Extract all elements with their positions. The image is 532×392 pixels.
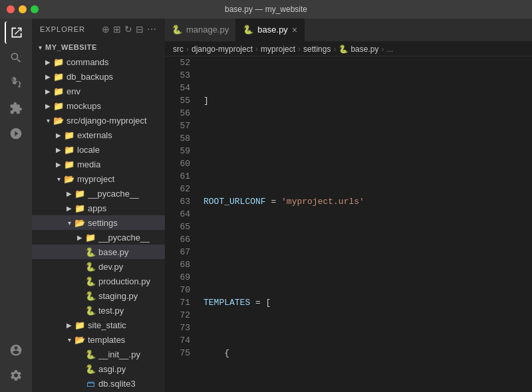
sidebar-item-media[interactable]: ▶ 📁 media [32,157,165,171]
breadcrumb-base-py[interactable]: 🐍base.py [338,45,378,54]
templates-arrow: ▾ [64,336,74,343]
externals-label: externals [77,130,112,140]
myproject-arrow: ▾ [53,175,64,183]
minimize-button[interactable] [19,5,27,13]
sidebar-header: Explorer ⊕ ⊞ ↻ ⊟ ⋯ [32,19,165,40]
sidebar-item-test-py[interactable]: 🐍 test.py [32,303,165,318]
sidebar-item-init-py[interactable]: 🐍 __init__.py [32,347,165,361]
maximize-button[interactable] [31,5,39,13]
sidebar-item-asgi-py[interactable]: 🐍 asgi.py [32,361,165,376]
sidebar-item-apps[interactable]: ▶ 📁 apps [32,201,165,215]
tab-base[interactable]: 🐍 base.py × [236,19,305,41]
settings-label: settings [88,218,118,228]
site-static-folder-icon: 📁 [74,320,85,330]
code-line-55 [203,246,532,258]
editor-area: 🐍 manage.py 🐍 base.py × src › django-myp… [165,19,532,392]
pycache2-folder-icon: 📁 [85,232,96,243]
src-label: src/django-myproject [66,116,147,126]
sidebar-item-db-sqlite3[interactable]: 🗃 db.sqlite3 [32,376,165,391]
activity-bar [0,19,32,392]
account-icon[interactable] [5,339,27,361]
base-py-label: base.py [98,247,129,257]
close-button[interactable] [7,5,15,13]
asgi-py-icon: 🐍 [85,363,96,374]
root-label: MY_WEBSITE [45,43,97,51]
breadcrumb-myproject[interactable]: myproject [261,45,295,54]
code-editor[interactable]: 52 53 54 55 56 57 58 59 60 61 62 63 64 6… [165,56,532,392]
apps-folder-icon: 📁 [74,203,85,213]
media-folder-icon: 📁 [64,159,74,169]
ln-65: 65 [165,221,190,233]
new-file-icon[interactable]: ⊕ [102,24,110,35]
sidebar-item-externals[interactable]: ▶ 📁 externals [32,128,165,142]
db-sqlite3-label: db.sqlite3 [98,379,136,389]
ln-75: 75 [165,347,190,359]
ln-58: 58 [165,132,190,145]
bc-sep4: › [333,45,336,54]
sidebar-item-myproject[interactable]: ▾ 📂 myproject [32,171,165,186]
sidebar-item-settings[interactable]: ▾ 📂 settings [32,215,165,230]
sidebar-item-production-py[interactable]: 🐍 production.py [32,274,165,288]
bc-py-icon: 🐍 [338,45,348,54]
run-icon[interactable] [5,122,27,145]
init-py-label: __init__.py [98,349,140,359]
sidebar-item-dev-py[interactable]: 🐍 dev.py [32,259,165,274]
tree-root[interactable]: ▾ MY_WEBSITE [32,40,165,54]
breadcrumb-src[interactable]: src [173,45,184,54]
locale-label: locale [77,145,100,155]
ln-72: 72 [165,309,190,322]
media-label: media [77,159,100,169]
ln-67: 67 [165,246,190,258]
test-py-icon: 🐍 [85,305,96,316]
explorer-icon[interactable] [5,21,27,44]
sidebar-item-mockups[interactable]: ▶ 📁 mockups [32,98,165,113]
search-icon[interactable] [5,47,27,69]
ln-60: 60 [165,157,190,170]
code-line-57: { [203,347,532,359]
mockups-label: mockups [66,101,101,111]
sidebar-item-db-backups[interactable]: ▶ 📁 db_backups [32,69,165,84]
settings-icon[interactable] [5,364,27,387]
pycache1-folder-icon: 📁 [74,188,85,199]
ln-55: 55 [165,94,190,107]
sidebar-item-pycache2[interactable]: ▶ 📁 __pycache__ [32,230,165,245]
sidebar-item-templates[interactable]: ▾ 📂 templates [32,332,165,347]
ln-66: 66 [165,233,190,246]
ln-62: 62 [165,183,190,195]
settings-folder-icon: 📂 [74,217,85,228]
tab-manage[interactable]: 🐍 manage.py [165,19,236,41]
sidebar-item-env[interactable]: ▶ 📁 env [32,84,165,98]
pycache2-label: __pycache__ [98,233,150,243]
sidebar-item-base-py[interactable]: 🐍 base.py [32,245,165,259]
site-static-label: site_static [88,320,126,330]
root-arrow: ▾ [35,44,45,51]
ln-64: 64 [165,208,190,221]
bc-sep5: › [381,45,384,54]
extensions-icon[interactable] [5,97,27,120]
tabs-bar: 🐍 manage.py 🐍 base.py × [165,19,532,42]
collapse-icon[interactable]: ⊟ [136,24,144,35]
breadcrumb-django[interactable]: django-myproject [192,45,253,54]
sidebar-item-commands[interactable]: ▶ 📁 commands [32,54,165,69]
sidebar: Explorer ⊕ ⊞ ↻ ⊟ ⋯ ▾ MY_WEBSITE ▶ 📁 comm… [32,19,165,392]
dev-py-icon: 🐍 [85,261,96,272]
refresh-icon[interactable]: ↻ [124,24,133,35]
pycache2-arrow: ▶ [74,234,85,241]
sidebar-item-pycache1[interactable]: ▶ 📁 __pycache__ [32,186,165,201]
sidebar-item-src[interactable]: ▾ 📂 src/django-myproject [32,113,165,128]
source-control-icon[interactable] [5,72,27,94]
sidebar-item-staging-py[interactable]: 🐍 staging.py [32,288,165,303]
new-folder-icon[interactable]: ⊞ [113,24,122,35]
locale-arrow: ▶ [53,146,64,153]
mockups-arrow: ▶ [43,102,53,110]
sidebar-item-locale[interactable]: ▶ 📁 locale [32,142,165,157]
bc-sep3: › [298,45,301,54]
sidebar-item-site-static[interactable]: ▶ 📁 site_static [32,318,165,332]
tab-base-close[interactable]: × [292,25,297,35]
breadcrumb-settings[interactable]: settings [303,45,331,54]
test-py-label: test.py [98,306,124,316]
mockups-folder-icon: 📁 [53,100,64,111]
templates-folder-icon: 📂 [74,334,85,345]
more-options-icon[interactable]: ⋯ [147,24,157,35]
code-lines[interactable]: ] ROOT_URLCONF = 'myproject.urls' TEMPLA… [198,56,532,392]
